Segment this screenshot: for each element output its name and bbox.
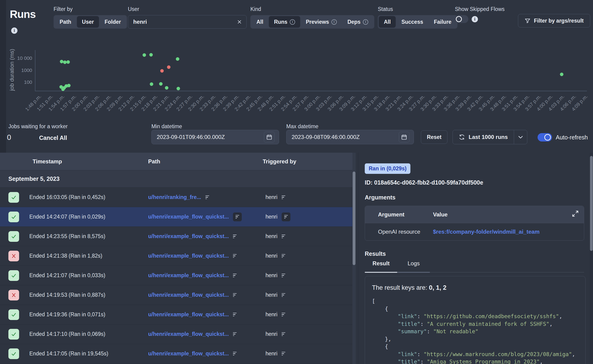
filter-by-this-icon[interactable]: [282, 332, 285, 336]
scrollbar-thumb[interactable]: [353, 171, 356, 265]
filter-by-this-icon[interactable]: [282, 213, 290, 221]
triggered-by-user: henri: [265, 233, 277, 240]
filter-by-this-icon[interactable]: [284, 215, 288, 219]
segment-previews[interactable]: Previewsi: [301, 16, 342, 28]
table-row[interactable]: Ended 14:23:55 (Ran in 8,575s)u/henri/ex…: [0, 227, 352, 246]
run-timestamp: Ended 14:17:10 (Ran in 0,069s): [29, 331, 105, 337]
filter-by-this-icon[interactable]: [282, 234, 285, 238]
run-path-link[interactable]: u/henri/example_flow_quickst...: [148, 253, 229, 259]
table-row[interactable]: Ended 14:19:53 (Ran in 0,887s)u/henri/ex…: [0, 285, 352, 305]
run-path-link[interactable]: u/henri/example_flow_quickst...: [148, 292, 229, 298]
filter-by-this-icon[interactable]: [282, 313, 285, 317]
chart-point-success[interactable]: [63, 60, 67, 64]
filter-by-this-icon[interactable]: [233, 313, 237, 317]
scrollbar-thumb[interactable]: [590, 156, 593, 251]
toggle-knob: [456, 16, 462, 22]
reset-button[interactable]: Reset: [421, 130, 448, 144]
filter-by-this-icon[interactable]: [233, 213, 242, 221]
table-row[interactable]: Ended 14:17:05 (Ran in 19,545s)u/henri/e…: [0, 344, 352, 364]
chart-point-success[interactable]: [159, 82, 163, 86]
filter-by-this-icon[interactable]: [233, 274, 237, 277]
chart-point-success[interactable]: [560, 73, 563, 76]
segment-folder[interactable]: Folder: [99, 16, 126, 28]
tab-result[interactable]: Result: [365, 260, 397, 272]
chart-point-success[interactable]: [176, 57, 179, 61]
auto-refresh-label: Auto-refresh: [556, 134, 588, 141]
filter-by-this-icon[interactable]: [282, 195, 285, 199]
run-path-link[interactable]: u/henri/example_flow_quickst...: [148, 331, 229, 337]
filter-by-this-icon[interactable]: [282, 293, 285, 297]
json-line: "title": "A currently maintained fork of…: [372, 320, 578, 328]
filter-by-this-icon[interactable]: [236, 215, 239, 219]
show-skipped-info-icon[interactable]: i: [472, 16, 478, 22]
segment-all[interactable]: All: [251, 16, 268, 28]
table-scrollbar[interactable]: [352, 153, 356, 364]
table-row[interactable]: Ended 16:03:05 (Ran in 0,452s)u/henri/ra…: [0, 188, 352, 207]
user-input[interactable]: henri: [128, 15, 247, 29]
result-viewer[interactable]: The result keys are: 0, 1, 2 [ { "link":…: [365, 276, 586, 364]
filter-by-this-icon[interactable]: [282, 352, 285, 356]
chart-point-failure[interactable]: [167, 65, 171, 69]
max-datetime-input[interactable]: 2023-09-08T09:46:00.000Z: [286, 130, 414, 144]
calendar-icon[interactable]: [399, 132, 409, 143]
segment-runs[interactable]: Runsi: [269, 16, 300, 28]
table-row[interactable]: Ended 14:17:10 (Ran in 0,069s)u/henri/ex…: [0, 325, 352, 344]
resource-link[interactable]: $res:f/company-folder/windmill_ai_team: [433, 228, 540, 235]
calendar-icon[interactable]: [264, 132, 275, 143]
chart-point-success[interactable]: [150, 82, 153, 86]
panel-scrollbar[interactable]: [590, 153, 593, 364]
segment-deps[interactable]: Depsi: [343, 16, 373, 28]
chart-point-success[interactable]: [60, 60, 63, 63]
segment-all[interactable]: All: [379, 16, 396, 28]
chart-point-failure[interactable]: [160, 69, 164, 73]
filter-by-this-icon[interactable]: [282, 254, 285, 258]
run-path-link[interactable]: u/henri/example_flow_quickst...: [148, 351, 229, 357]
expand-icon[interactable]: [572, 210, 579, 217]
filter-by-this-icon[interactable]: [282, 274, 285, 277]
runs-info-icon[interactable]: i: [11, 27, 18, 34]
segment-failure[interactable]: Failure: [429, 16, 456, 28]
table-row[interactable]: Ended 14:24:07 (Ran in 0,029s)u/henri/ex…: [0, 207, 352, 227]
run-path-link[interactable]: u/henri/example_flow_quickst...: [148, 312, 229, 318]
filter-by-this-icon[interactable]: [233, 293, 237, 297]
cancel-all-button[interactable]: Cancel All: [39, 135, 67, 141]
segment-success[interactable]: Success: [396, 16, 428, 28]
filter-args-result-button[interactable]: Filter by args/result: [518, 14, 590, 27]
chart-x-axis-line: [35, 91, 587, 91]
run-path-link[interactable]: u/henri/example_flow_quickst...: [148, 214, 229, 220]
triggered-by-cell: henri: [265, 325, 285, 344]
auto-refresh-toggle[interactable]: [538, 133, 552, 142]
chart-point-success[interactable]: [143, 53, 146, 57]
json-line: "link": "https://www.markround.com/blog/…: [372, 351, 578, 358]
table-row[interactable]: Ended 14:19:36 (Ran in 0,071s)u/henri/ex…: [0, 305, 352, 325]
toggle-knob: [544, 134, 551, 141]
run-path-link[interactable]: u/henri/example_flow_quickst...: [148, 272, 229, 279]
chart-point-success[interactable]: [165, 86, 168, 90]
last-runs-button[interactable]: Last 1000 runs: [453, 130, 514, 144]
auto-refresh-group: Auto-refresh: [538, 133, 588, 142]
run-path-link[interactable]: u/henri/ranking_fre...: [148, 194, 201, 200]
info-icon: i: [290, 19, 295, 25]
tab-logs[interactable]: Logs: [397, 260, 430, 272]
run-timestamp: Ended 14:17:05 (Ran in 19,545s): [29, 351, 108, 357]
table-row[interactable]: Ended 14:21:07 (Ran in 0,033s)u/henri/ex…: [0, 266, 352, 285]
clear-user-icon[interactable]: [237, 19, 242, 25]
filter-by-this-icon[interactable]: [233, 254, 237, 258]
filter-by-this-icon[interactable]: [233, 332, 237, 336]
chart-point-success[interactable]: [67, 84, 71, 87]
filter-by-this-icon[interactable]: [233, 352, 237, 356]
runs-duration-chart[interactable]: job duration (ms) 10 0001000100 1:48 p.m…: [0, 44, 593, 123]
chevron-down-icon[interactable]: [514, 130, 527, 144]
chart-point-success[interactable]: [177, 87, 180, 90]
filter-by-this-icon[interactable]: [233, 234, 237, 238]
min-datetime-input[interactable]: 2023-09-01T09:46:00.000Z: [152, 130, 279, 144]
filter-by-this-icon[interactable]: [205, 195, 209, 199]
json-line: {: [372, 343, 578, 351]
chart-point-success[interactable]: [149, 53, 153, 57]
table-row[interactable]: Ended 14:21:38 (Ran in 1,82s)u/henri/exa…: [0, 246, 352, 266]
segment-path[interactable]: Path: [54, 16, 76, 28]
chart-point-success[interactable]: [66, 60, 70, 64]
segment-user[interactable]: User: [77, 16, 99, 28]
run-path-link[interactable]: u/henri/example_flow_quickst...: [148, 233, 229, 240]
show-skipped-toggle[interactable]: [455, 15, 468, 23]
